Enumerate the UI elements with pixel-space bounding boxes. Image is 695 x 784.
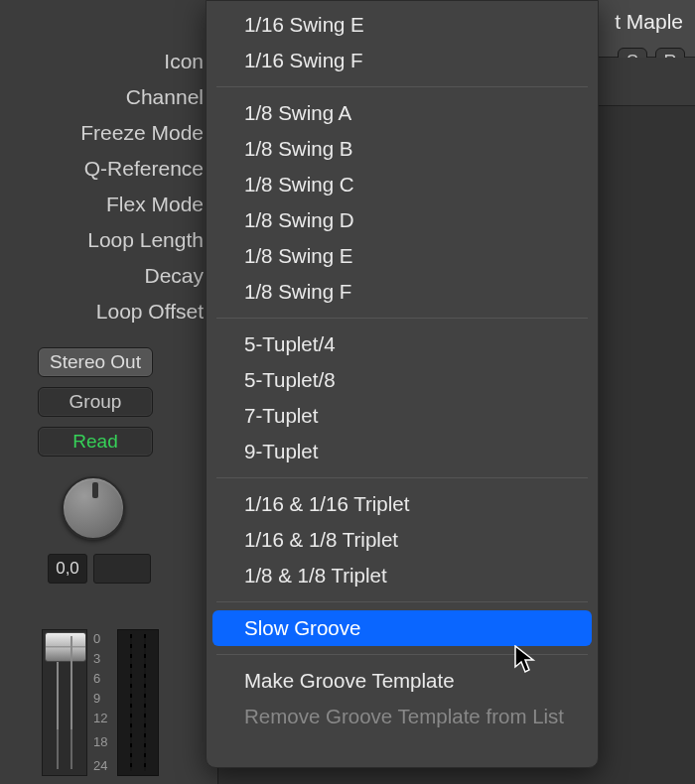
menu-separator <box>216 477 588 478</box>
pan-value[interactable]: 0,0 <box>48 554 87 584</box>
menu-item[interactable]: 1/16 Swing E <box>212 7 592 43</box>
menu-separator <box>216 601 588 602</box>
menu-item[interactable]: 9-Tuplet <box>212 434 592 469</box>
menu-item-selected[interactable]: Slow Groove <box>212 610 592 646</box>
menu-item[interactable]: 1/8 Swing A <box>212 95 592 131</box>
menu-separator <box>216 654 588 655</box>
menu-item[interactable]: 1/8 Swing D <box>212 202 592 238</box>
volume-fader[interactable] <box>42 629 87 776</box>
menu-item-remove-template: Remove Groove Template from List <box>212 699 592 734</box>
menu-item[interactable]: 1/8 Swing F <box>212 274 592 310</box>
menu-item[interactable]: 1/16 & 1/8 Triplet <box>212 522 592 558</box>
menu-separator <box>216 318 588 319</box>
automation-read-button[interactable]: Read <box>38 427 153 457</box>
label-freeze: Freeze Mode <box>0 115 217 151</box>
menu-item[interactable]: 7-Tuplet <box>212 398 592 434</box>
menu-item[interactable]: 1/16 Swing F <box>212 43 592 78</box>
label-channel: Channel <box>0 79 217 115</box>
label-icon: Icon <box>0 44 217 79</box>
quantize-menu[interactable]: 1/16 Swing E 1/16 Swing F 1/8 Swing A 1/… <box>206 0 599 768</box>
stereo-out-button[interactable]: Stereo Out <box>38 347 153 377</box>
inspector-panel: Icon Channel Freeze Mode Q-Reference Fle… <box>0 0 218 784</box>
fader-cap[interactable] <box>45 632 86 662</box>
menu-item[interactable]: 1/8 Swing C <box>212 167 592 202</box>
group-button[interactable]: Group <box>38 387 153 417</box>
menu-item[interactable]: 1/8 & 1/8 Triplet <box>212 558 592 593</box>
menu-item[interactable]: 1/8 Swing B <box>212 131 592 167</box>
pan-knob[interactable] <box>62 476 125 540</box>
label-qref: Q-Reference <box>0 151 217 187</box>
menu-separator <box>216 86 588 87</box>
label-decay: Decay <box>0 258 217 294</box>
label-flex: Flex Mode <box>0 187 217 222</box>
menu-item-make-template[interactable]: Make Groove Template <box>212 663 592 699</box>
label-looplen: Loop Length <box>0 222 217 258</box>
meter-scale: 0 3 6 9 12 18 24 <box>87 629 117 776</box>
level-meter <box>117 629 159 776</box>
menu-item[interactable]: 1/16 & 1/16 Triplet <box>212 486 592 522</box>
menu-item[interactable]: 1/8 Swing E <box>212 238 592 274</box>
menu-item[interactable]: 5-Tuplet/4 <box>212 327 592 362</box>
track-title-fragment: t Maple <box>615 10 683 34</box>
menu-item[interactable]: 5-Tuplet/8 <box>212 362 592 398</box>
label-loopoff: Loop Offset <box>0 294 217 329</box>
pan-value-empty[interactable] <box>93 554 151 584</box>
